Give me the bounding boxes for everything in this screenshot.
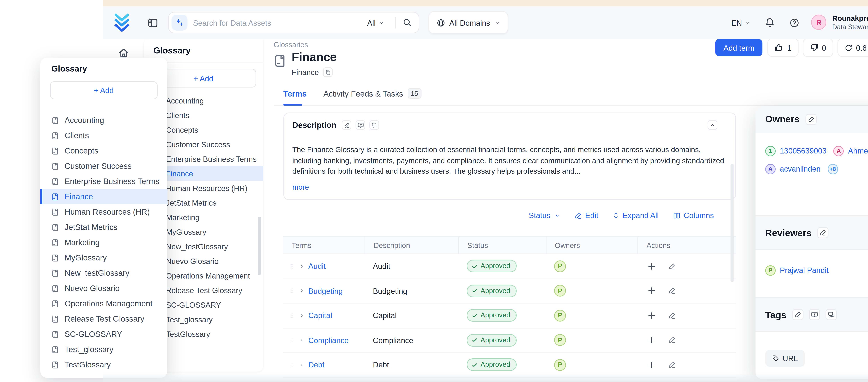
edit-reviewers-icon[interactable] bbox=[817, 227, 828, 238]
glossary-item[interactable]: TestGlossary bbox=[40, 357, 167, 372]
question-comment-icon[interactable] bbox=[356, 120, 365, 130]
tab-activity-feeds[interactable]: Activity Feeds & Tasks 15 bbox=[323, 88, 422, 99]
edit-term-icon[interactable] bbox=[668, 361, 676, 369]
url-tag-chip[interactable]: URL bbox=[765, 350, 805, 367]
glossary-item[interactable]: New_testGlossary bbox=[40, 265, 167, 281]
glossary-item[interactable]: JetStat Metrics bbox=[40, 219, 167, 235]
owner-avatar[interactable]: P bbox=[554, 285, 566, 297]
term-link[interactable]: Audit bbox=[308, 262, 326, 270]
term-link[interactable]: Budgeting bbox=[308, 287, 343, 295]
sidebar-toggle-icon[interactable] bbox=[147, 17, 158, 28]
notifications-bell-icon[interactable] bbox=[765, 18, 775, 28]
glossary-item[interactable]: Marketing bbox=[40, 235, 167, 250]
divider bbox=[395, 17, 396, 28]
owner-avatar[interactable]: P bbox=[554, 310, 566, 321]
expand-row-icon[interactable] bbox=[299, 263, 305, 269]
columns-button[interactable]: Columns bbox=[673, 211, 714, 219]
edit-owners-icon[interactable] bbox=[805, 114, 816, 125]
search-icon[interactable] bbox=[403, 18, 412, 27]
expand-row-icon[interactable] bbox=[299, 312, 305, 319]
term-link[interactable]: Debt bbox=[308, 361, 324, 369]
book-icon bbox=[51, 177, 59, 185]
chat-suggestions-icon[interactable] bbox=[370, 120, 379, 130]
glossary-item-selected[interactable]: Finance bbox=[40, 189, 167, 204]
language-selector[interactable]: EN bbox=[732, 19, 750, 27]
expand-all-button[interactable]: Expand All bbox=[612, 211, 659, 219]
glossary-item[interactable]: Accounting bbox=[40, 113, 167, 128]
term-link[interactable]: Capital bbox=[308, 311, 332, 320]
reviewer-avatar: P bbox=[765, 265, 776, 275]
check-icon bbox=[471, 288, 478, 294]
all-domains-selector[interactable]: All Domains bbox=[429, 11, 508, 34]
edit-description-icon[interactable] bbox=[342, 120, 351, 130]
edit-button[interactable]: Edit bbox=[574, 211, 598, 219]
glossary-item[interactable]: Enterprise Business Terms bbox=[40, 174, 167, 189]
drag-handle-icon[interactable] bbox=[289, 335, 295, 345]
add-child-term-icon[interactable] bbox=[647, 286, 656, 295]
drag-handle-icon[interactable] bbox=[289, 360, 295, 369]
add-term-button[interactable]: Add term bbox=[715, 39, 763, 56]
glossary-item[interactable]: Concepts bbox=[40, 143, 167, 158]
glossary-item[interactable]: Operations Management bbox=[40, 296, 167, 311]
owner-avatar[interactable]: P bbox=[554, 260, 566, 272]
upvote-button[interactable]: 1 bbox=[768, 39, 798, 56]
edit-tags-icon[interactable] bbox=[792, 309, 803, 320]
glossary-item[interactable]: Customer Success bbox=[40, 158, 167, 174]
expand-row-icon[interactable] bbox=[299, 362, 305, 368]
ai-sparkle-icon bbox=[172, 14, 187, 31]
owner-link[interactable]: Ahmed Mohamed bbox=[848, 147, 868, 155]
description-text: The Finance Glossary is a curated collec… bbox=[292, 144, 724, 177]
drag-handle-icon[interactable] bbox=[289, 286, 295, 295]
edit-term-icon[interactable] bbox=[668, 312, 676, 319]
details-sidebar: Owners 1 13005639003 A Ahmed Mohamed A a… bbox=[755, 106, 868, 379]
downvote-button[interactable]: 0 bbox=[803, 39, 832, 56]
edit-term-icon[interactable] bbox=[668, 262, 676, 270]
glossary-panel-scrollbar[interactable] bbox=[258, 217, 261, 275]
glossary-item[interactable]: Nuevo Glosario bbox=[40, 281, 167, 296]
add-child-term-icon[interactable] bbox=[647, 311, 656, 320]
collapse-description-icon[interactable] bbox=[708, 120, 717, 130]
book-icon bbox=[51, 300, 59, 307]
status-filter[interactable]: Status bbox=[529, 211, 560, 219]
add-child-term-icon[interactable] bbox=[647, 335, 656, 345]
drag-handle-icon[interactable] bbox=[289, 262, 295, 271]
add-child-term-icon[interactable] bbox=[647, 360, 656, 369]
add-child-term-icon[interactable] bbox=[647, 262, 656, 271]
search-input[interactable]: Search for Data Assets All bbox=[168, 12, 420, 33]
edit-term-icon[interactable] bbox=[668, 336, 676, 344]
edit-term-icon[interactable] bbox=[668, 287, 676, 295]
description-more-link[interactable]: more bbox=[292, 183, 309, 191]
tab-content-scrollbar[interactable] bbox=[731, 164, 734, 282]
question-comment-icon[interactable] bbox=[809, 309, 820, 320]
glossary-item[interactable]: Human Resources (HR) bbox=[40, 204, 167, 219]
glossary-item[interactable]: MyGlossary bbox=[40, 250, 167, 265]
glossary-overlay-add-button[interactable]: + Add bbox=[50, 81, 158, 99]
table-row-partial: Approved P bbox=[283, 378, 736, 382]
search-scope-dropdown[interactable]: All bbox=[367, 19, 384, 27]
expand-row-icon[interactable] bbox=[299, 337, 305, 343]
owner-avatar[interactable]: P bbox=[554, 359, 566, 371]
score-button[interactable]: 0.6 bbox=[838, 39, 868, 56]
owner-link[interactable]: 13005639003 bbox=[780, 147, 827, 155]
home-icon[interactable] bbox=[118, 47, 129, 58]
expand-row-icon[interactable] bbox=[299, 288, 305, 294]
column-header-actions: Actions bbox=[638, 237, 736, 254]
glossary-item[interactable]: Test_glossary bbox=[40, 342, 167, 357]
tab-terms[interactable]: Terms bbox=[283, 89, 307, 97]
glossary-item[interactable]: SC-GLOSSARY bbox=[40, 326, 167, 342]
owners-overflow-badge[interactable]: +8 bbox=[828, 164, 838, 174]
drag-handle-icon[interactable] bbox=[289, 311, 295, 320]
glossary-item[interactable]: Release Test Glossary bbox=[40, 311, 167, 326]
term-link[interactable]: Compliance bbox=[308, 336, 349, 344]
owner-avatar[interactable]: P bbox=[554, 334, 566, 346]
table-row: Debt Debt Approved P bbox=[283, 353, 736, 378]
help-icon[interactable] bbox=[790, 18, 800, 27]
owner-link[interactable]: acvanlinden bbox=[780, 165, 820, 173]
page-subtitle: Finance bbox=[292, 68, 319, 77]
reviewer-link[interactable]: Prajwal Pandit bbox=[780, 266, 829, 274]
user-menu[interactable]: R Rounakpreet.d Data Steward bbox=[811, 13, 868, 32]
chat-suggestions-icon[interactable] bbox=[825, 309, 836, 320]
breadcrumb[interactable]: Glossaries bbox=[274, 40, 308, 49]
glossary-item[interactable]: Clients bbox=[40, 128, 167, 143]
copy-icon[interactable] bbox=[323, 67, 333, 77]
